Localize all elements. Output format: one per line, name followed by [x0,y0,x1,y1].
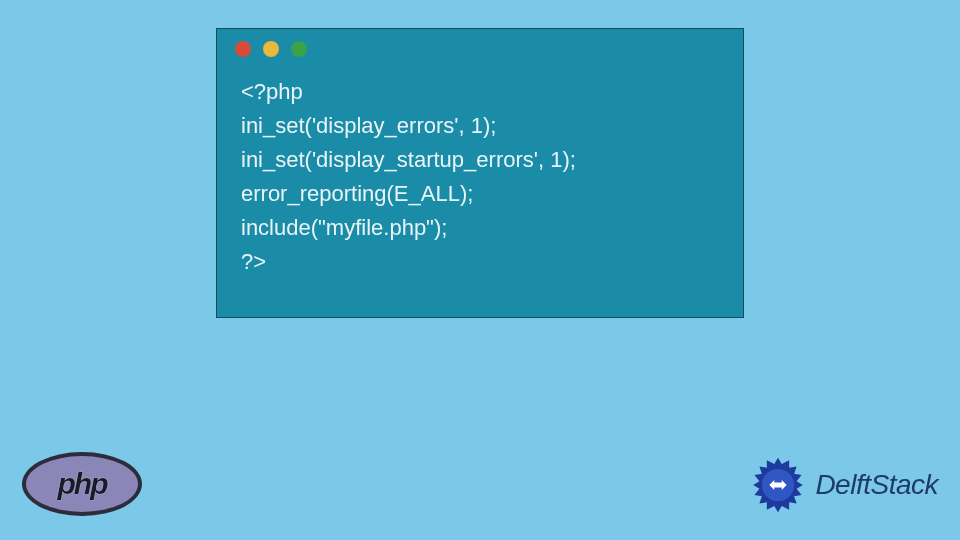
delftstack-gear-icon [747,454,809,516]
code-line: ini_set('display_errors', 1); [241,109,719,143]
code-line: <?php [241,75,719,109]
delftstack-logo: DelftStack [747,454,938,516]
close-icon [235,41,251,57]
code-window: <?php ini_set('display_errors', 1); ini_… [216,28,744,318]
code-body: <?php ini_set('display_errors', 1); ini_… [217,69,743,300]
delftstack-logo-text: DelftStack [815,469,938,501]
php-logo: php [22,452,142,516]
php-ellipse-icon: php [22,452,142,516]
window-titlebar [217,29,743,69]
minimize-icon [263,41,279,57]
code-line: error_reporting(E_ALL); [241,177,719,211]
php-logo-text: php [58,467,107,501]
code-line: ?> [241,245,719,279]
code-line: ini_set('display_startup_errors', 1); [241,143,719,177]
maximize-icon [291,41,307,57]
code-line: include("myfile.php"); [241,211,719,245]
